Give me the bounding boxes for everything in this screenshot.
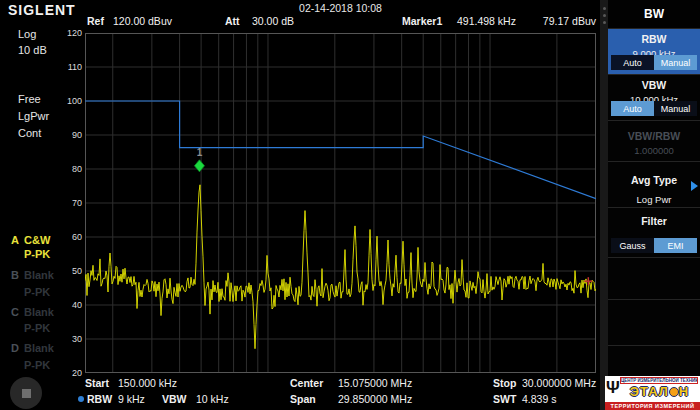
globe-icon	[669, 387, 679, 397]
rbw-status-label: RBW	[87, 393, 112, 405]
trace-a-path	[85, 185, 596, 349]
annotation-row: Ref 120.00 dBuv Att 30.00 dB Marker1 491…	[0, 15, 700, 28]
vbw-manual-option[interactable]: Manual	[654, 101, 697, 116]
softkey-filter[interactable]: Filter Gauss EMI	[608, 208, 700, 258]
aux-marker	[584, 277, 592, 285]
softkey-empty-2	[608, 300, 700, 346]
center-value: 15.075000 MHz	[338, 377, 412, 389]
screenshot-button[interactable]	[10, 377, 42, 409]
marker-1[interactable]: 1	[194, 147, 204, 172]
watermark-bottom-text: ТЕРРИТОРИЯ ИЗМЕРЕНИЙ	[605, 402, 700, 410]
marker-frequency: 491.498 kHz	[457, 15, 516, 27]
vbw-status-label: VBW	[162, 393, 187, 405]
y-tick-label: 100	[51, 96, 82, 106]
vbw-auto-option[interactable]: Auto	[611, 101, 654, 116]
marker-amplitude: 79.17 dBuv	[543, 15, 596, 27]
watermark-top-text: ЦЕНТР ИЗМЕРИТЕЛЬНОЙ ТЕХНИКИ	[620, 377, 698, 384]
y-tick-label: 90	[51, 130, 82, 140]
marker-1-diamond-icon[interactable]	[194, 160, 204, 172]
grip-dot-icon	[603, 7, 606, 10]
filter-gauss-option[interactable]: Gauss	[611, 238, 654, 253]
watermark-name: ЭТАЛН	[620, 384, 699, 399]
softkey-panel: BW RBW 9.000 kHz Auto Manual VBW 10.000 …	[600, 0, 700, 410]
rbw-title: RBW	[608, 29, 700, 45]
submenu-arrow-icon	[691, 181, 698, 191]
stop-value: 30.000000 MHz	[522, 377, 596, 389]
y-axis-tick-labels: 1201101009080706050403020	[0, 33, 83, 373]
panel-grip	[600, 0, 608, 410]
grip-dot-icon	[603, 21, 606, 24]
status-bar: Start 150.000 kHz Center 15.075000 MHz S…	[0, 374, 600, 410]
avg-type-value: Log Pwr	[608, 194, 700, 205]
swt-value: 4.839 s	[522, 393, 556, 405]
vbw-status-value: 10 kHz	[196, 393, 229, 405]
start-label: Start	[85, 377, 109, 389]
att-value: 30.00 dB	[252, 15, 294, 27]
stop-label: Stop	[493, 377, 516, 389]
softkey-empty-1	[608, 258, 700, 300]
avg-type-title: Avg Type	[608, 162, 700, 186]
graticule	[85, 33, 596, 373]
rbw-status-value: 9 kHz	[118, 393, 145, 405]
y-tick-label: 30	[51, 334, 82, 344]
spectrum-plot-svg[interactable]: 1	[85, 33, 596, 373]
softkey-avg-type[interactable]: Avg Type Log Pwr	[608, 162, 700, 208]
y-tick-label: 50	[51, 266, 82, 276]
y-tick-label: 80	[51, 164, 82, 174]
tuning-fork-icon: Ψ	[606, 379, 620, 396]
span-value: 29.850000 MHz	[338, 393, 412, 405]
marker-1-label: 1	[197, 147, 203, 158]
start-value: 150.000 kHz	[118, 377, 177, 389]
filter-title: Filter	[608, 208, 700, 227]
rbw-auto-option[interactable]: Auto	[611, 55, 654, 70]
center-label: Center	[290, 377, 323, 389]
rbw-indicator-dot	[78, 396, 84, 402]
datetime: 02-14-2018 10:08	[85, 2, 596, 14]
menu-title: BW	[608, 0, 700, 29]
swt-label: SWT	[493, 393, 516, 405]
etalon-watermark: Ψ ЦЕНТР ИЗМЕРИТЕЛЬНОЙ ТЕХНИКИ ЭТАЛН ТЕРР…	[605, 376, 700, 410]
softkey-vbw[interactable]: VBW 10.000 kHz Auto Manual	[608, 75, 700, 121]
ref-label: Ref	[87, 15, 104, 27]
ref-value: 120.00 dBuv	[113, 15, 172, 27]
y-tick-label: 110	[51, 62, 82, 72]
vbw-rbw-title: VBW/RBW	[608, 121, 700, 142]
y-tick-label: 70	[51, 198, 82, 208]
y-tick-label: 120	[51, 28, 82, 38]
filter-emi-option[interactable]: EMI	[654, 238, 697, 253]
y-tick-label: 60	[51, 232, 82, 242]
softkey-vbw-rbw[interactable]: VBW/RBW 1.000000	[608, 121, 700, 162]
limit-line	[85, 101, 596, 199]
tile-icon	[22, 389, 31, 398]
spectrum-display[interactable]: 1	[85, 33, 596, 373]
rbw-manual-option[interactable]: Manual	[654, 55, 697, 70]
vbw-title: VBW	[608, 75, 700, 91]
vbw-rbw-value: 1.000000	[608, 145, 700, 156]
y-tick-label: 40	[51, 300, 82, 310]
softkey-rbw[interactable]: RBW 9.000 kHz Auto Manual	[608, 29, 700, 75]
grip-dot-icon	[603, 14, 606, 17]
att-label: Att	[225, 15, 240, 27]
marker-label: Marker1	[402, 15, 442, 27]
span-label: Span	[290, 393, 316, 405]
spectrum-analyzer-screen: SIGLENT 02-14-2018 10:08 Ref 120.00 dBuv…	[0, 0, 700, 410]
